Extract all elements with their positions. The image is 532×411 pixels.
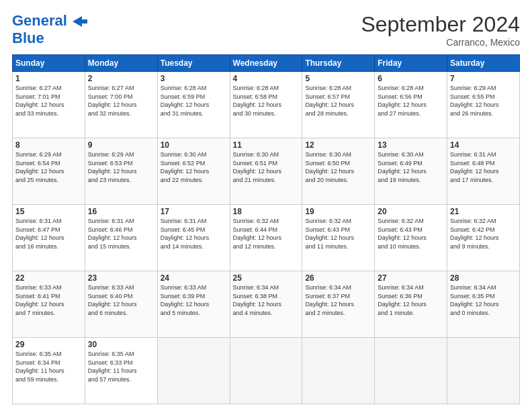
cell-info: Sunrise: 6:31 AMSunset: 6:45 PMDaylight:… [161, 217, 227, 250]
cell-info: Sunrise: 6:27 AMSunset: 7:01 PMDaylight:… [15, 84, 82, 118]
cell-info: Sunrise: 6:31 AMSunset: 6:46 PMDaylight:… [88, 217, 154, 250]
calendar-cell: 18Sunrise: 6:32 AMSunset: 6:44 PMDayligh… [230, 205, 302, 271]
cell-info: Sunrise: 6:35 AMSunset: 6:33 PMDaylight:… [88, 350, 154, 383]
calendar-cell [157, 338, 230, 404]
calendar-cell: 2Sunrise: 6:27 AMSunset: 7:00 PMDaylight… [85, 72, 157, 138]
cell-info: Sunrise: 6:34 AMSunset: 6:37 PMDaylight:… [305, 283, 371, 317]
calendar-cell: 6Sunrise: 6:28 AMSunset: 6:56 PMDaylight… [375, 72, 447, 138]
calendar-cell: 7Sunrise: 6:29 AMSunset: 6:55 PMDaylight… [447, 72, 520, 138]
cell-info: Sunrise: 6:35 AMSunset: 6:34 PMDaylight:… [15, 350, 82, 383]
cell-info: Sunrise: 6:30 AMSunset: 6:49 PMDaylight:… [378, 150, 444, 184]
day-number: 1 [15, 74, 82, 83]
month-title: September 2024 [361, 12, 520, 37]
day-number: 9 [88, 140, 154, 150]
cell-info: Sunrise: 6:28 AMSunset: 6:58 PMDaylight:… [233, 84, 300, 118]
header: General Blue September 2024 Carranco, Me… [12, 12, 520, 48]
calendar-cell: 20Sunrise: 6:32 AMSunset: 6:43 PMDayligh… [375, 205, 447, 271]
cell-info: Sunrise: 6:27 AMSunset: 7:00 PMDaylight:… [88, 84, 154, 118]
day-number: 19 [305, 207, 371, 216]
page: General Blue September 2024 Carranco, Me… [0, 0, 532, 411]
logo-blue-text: Blue [12, 30, 44, 46]
calendar-cell: 23Sunrise: 6:33 AMSunset: 6:40 PMDayligh… [85, 271, 157, 338]
cell-info: Sunrise: 6:28 AMSunset: 6:56 PMDaylight:… [378, 84, 444, 118]
cell-info: Sunrise: 6:31 AMSunset: 6:48 PMDaylight:… [450, 150, 517, 184]
day-number: 13 [378, 140, 444, 150]
day-number: 22 [15, 273, 82, 283]
cell-info: Sunrise: 6:34 AMSunset: 6:38 PMDaylight:… [233, 283, 300, 317]
calendar-cell: 12Sunrise: 6:30 AMSunset: 6:50 PMDayligh… [302, 138, 375, 205]
cell-info: Sunrise: 6:33 AMSunset: 6:40 PMDaylight:… [88, 283, 154, 317]
weekday-header: Friday [375, 55, 447, 72]
calendar-table: SundayMondayTuesdayWednesdayThursdayFrid… [12, 54, 520, 404]
weekday-header: Saturday [447, 55, 520, 72]
calendar-cell: 17Sunrise: 6:31 AMSunset: 6:45 PMDayligh… [157, 205, 230, 271]
cell-info: Sunrise: 6:32 AMSunset: 6:42 PMDaylight:… [450, 217, 517, 250]
calendar-cell: 26Sunrise: 6:34 AMSunset: 6:37 PMDayligh… [302, 271, 375, 338]
calendar-cell: 16Sunrise: 6:31 AMSunset: 6:46 PMDayligh… [85, 205, 157, 271]
calendar-cell [447, 338, 520, 404]
calendar-cell: 25Sunrise: 6:34 AMSunset: 6:38 PMDayligh… [230, 271, 302, 338]
calendar-cell: 28Sunrise: 6:34 AMSunset: 6:35 PMDayligh… [447, 271, 520, 338]
cell-info: Sunrise: 6:31 AMSunset: 6:47 PMDaylight:… [15, 217, 82, 250]
day-number: 29 [15, 340, 82, 349]
day-number: 12 [305, 140, 371, 150]
calendar-header-row: SundayMondayTuesdayWednesdayThursdayFrid… [13, 55, 520, 72]
day-number: 23 [88, 273, 154, 283]
calendar-cell: 1Sunrise: 6:27 AMSunset: 7:01 PMDaylight… [13, 72, 85, 138]
day-number: 11 [233, 140, 300, 150]
day-number: 14 [450, 140, 517, 150]
cell-info: Sunrise: 6:34 AMSunset: 6:36 PMDaylight:… [378, 283, 444, 317]
cell-info: Sunrise: 6:30 AMSunset: 6:52 PMDaylight:… [161, 150, 227, 184]
calendar-week-row: 8Sunrise: 6:29 AMSunset: 6:54 PMDaylight… [13, 138, 520, 205]
logo-text: General [12, 12, 87, 30]
calendar-cell: 27Sunrise: 6:34 AMSunset: 6:36 PMDayligh… [375, 271, 447, 338]
day-number: 28 [450, 273, 517, 283]
day-number: 2 [88, 74, 154, 83]
day-number: 4 [233, 74, 300, 83]
day-number: 30 [88, 340, 154, 349]
weekday-header: Wednesday [230, 55, 302, 72]
day-number: 15 [15, 207, 82, 216]
day-number: 26 [305, 273, 371, 283]
day-number: 27 [378, 273, 444, 283]
day-number: 20 [378, 207, 444, 216]
calendar-week-row: 29Sunrise: 6:35 AMSunset: 6:34 PMDayligh… [13, 338, 520, 404]
calendar-cell: 14Sunrise: 6:31 AMSunset: 6:48 PMDayligh… [447, 138, 520, 205]
day-number: 5 [305, 74, 371, 83]
weekday-header: Sunday [13, 55, 85, 72]
location: Carranco, Mexico [361, 37, 520, 48]
cell-info: Sunrise: 6:28 AMSunset: 6:57 PMDaylight:… [305, 84, 371, 118]
calendar-week-row: 15Sunrise: 6:31 AMSunset: 6:47 PMDayligh… [13, 205, 520, 271]
calendar-cell [375, 338, 447, 404]
calendar-cell: 22Sunrise: 6:33 AMSunset: 6:41 PMDayligh… [13, 271, 85, 338]
calendar-week-row: 22Sunrise: 6:33 AMSunset: 6:41 PMDayligh… [13, 271, 520, 338]
cell-info: Sunrise: 6:30 AMSunset: 6:51 PMDaylight:… [233, 150, 300, 184]
calendar-cell: 29Sunrise: 6:35 AMSunset: 6:34 PMDayligh… [13, 338, 85, 404]
cell-info: Sunrise: 6:29 AMSunset: 6:54 PMDaylight:… [15, 150, 82, 184]
calendar-cell: 15Sunrise: 6:31 AMSunset: 6:47 PMDayligh… [13, 205, 85, 271]
day-number: 21 [450, 207, 517, 216]
calendar-cell: 10Sunrise: 6:30 AMSunset: 6:52 PMDayligh… [157, 138, 230, 205]
cell-info: Sunrise: 6:34 AMSunset: 6:35 PMDaylight:… [450, 283, 517, 317]
day-number: 16 [88, 207, 154, 216]
calendar-week-row: 1Sunrise: 6:27 AMSunset: 7:01 PMDaylight… [13, 72, 520, 138]
cell-info: Sunrise: 6:29 AMSunset: 6:53 PMDaylight:… [88, 150, 154, 184]
day-number: 18 [233, 207, 300, 216]
calendar-cell: 5Sunrise: 6:28 AMSunset: 6:57 PMDaylight… [302, 72, 375, 138]
cell-info: Sunrise: 6:29 AMSunset: 6:55 PMDaylight:… [450, 84, 517, 118]
day-number: 6 [378, 74, 444, 83]
calendar-cell: 13Sunrise: 6:30 AMSunset: 6:49 PMDayligh… [375, 138, 447, 205]
day-number: 25 [233, 273, 300, 283]
cell-info: Sunrise: 6:32 AMSunset: 6:43 PMDaylight:… [378, 217, 444, 250]
title-block: September 2024 Carranco, Mexico [361, 12, 520, 48]
cell-info: Sunrise: 6:32 AMSunset: 6:43 PMDaylight:… [305, 217, 371, 250]
calendar-cell: 8Sunrise: 6:29 AMSunset: 6:54 PMDaylight… [13, 138, 85, 205]
calendar-cell [302, 338, 375, 404]
cell-info: Sunrise: 6:33 AMSunset: 6:41 PMDaylight:… [15, 283, 82, 317]
calendar-cell [230, 338, 302, 404]
calendar-cell: 24Sunrise: 6:33 AMSunset: 6:39 PMDayligh… [157, 271, 230, 338]
day-number: 17 [161, 207, 227, 216]
day-number: 24 [161, 273, 227, 283]
day-number: 7 [450, 74, 517, 83]
logo-arrow-icon [73, 16, 87, 27]
